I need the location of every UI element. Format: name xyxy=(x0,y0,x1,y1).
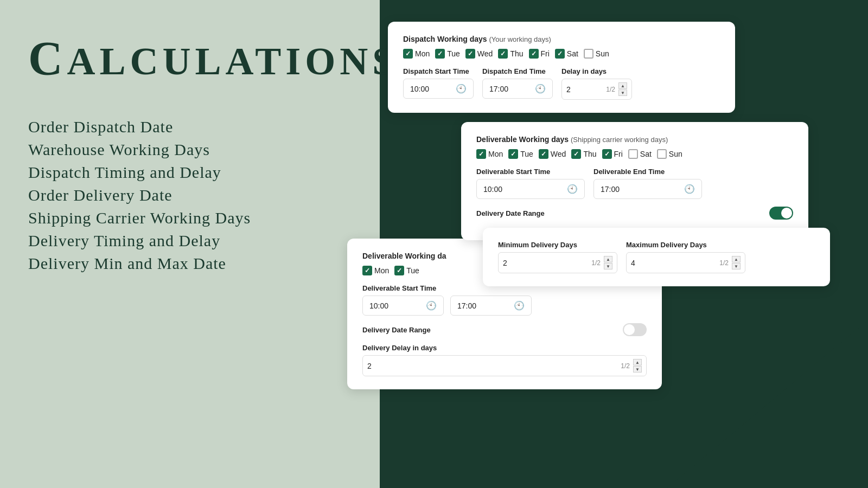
bottom-delay-input[interactable]: 2 1/2 ▲ ▼ xyxy=(362,355,647,376)
deliverable-tue-label: Tue xyxy=(520,150,533,158)
menu-item-carrier-days[interactable]: Shipping Carrier Working Days xyxy=(28,209,352,227)
dispatch-wed-checkbox[interactable] xyxy=(465,49,475,59)
bottom-end-input[interactable]: 17:00 🕙 xyxy=(450,296,532,316)
menu-item-delivery-timing[interactable]: Delivery Timing and Delay xyxy=(28,232,352,250)
dispatch-day-thu[interactable]: Thu xyxy=(498,49,523,59)
dispatch-end-time-group: Dispatch End Time 17:00 🕙 xyxy=(482,67,553,99)
dispatch-delay-input[interactable]: 2 1/2 ▲ ▼ xyxy=(561,79,632,100)
deliverable-start-time-group: Deliverable Start Time 10:00 🕙 xyxy=(476,168,585,199)
dispatch-end-value: 17:00 xyxy=(489,85,531,93)
clock-icon-del-end: 🕙 xyxy=(684,184,695,194)
dispatch-thu-checkbox[interactable] xyxy=(498,49,508,59)
min-delivery-label: Minimum Delivery Days xyxy=(498,241,617,249)
menu-item-dispatch-timing[interactable]: Dispatch Timing and Delay xyxy=(28,163,352,182)
deliverable-end-input[interactable]: 17:00 🕙 xyxy=(593,179,702,199)
date-range-toggle[interactable] xyxy=(769,207,793,220)
min-spinner-down[interactable]: ▼ xyxy=(604,263,612,269)
min-spinner-up[interactable]: ▲ xyxy=(604,256,612,262)
page-title: CALCULATIONS xyxy=(28,33,352,85)
spinner-down[interactable]: ▼ xyxy=(618,89,627,96)
deliverable-day-thu[interactable]: Thu xyxy=(571,149,596,159)
max-delivery-group: Maximum Delivery Days 4 1/2 ▲ ▼ xyxy=(626,241,745,273)
dispatch-fri-checkbox[interactable] xyxy=(529,49,539,59)
bottom-date-range-toggle[interactable] xyxy=(623,323,647,336)
bottom-tue-label: Tue xyxy=(406,266,419,275)
bottom-date-range-row: Delivery Date Range xyxy=(362,323,647,336)
min-delivery-spinner[interactable]: ▲ ▼ xyxy=(604,256,612,269)
deliverable-day-sat[interactable]: Sat xyxy=(628,149,652,159)
deliverable-start-input[interactable]: 10:00 🕙 xyxy=(476,179,585,199)
min-delivery-input[interactable]: 2 1/2 ▲ ▼ xyxy=(498,252,617,273)
deliverable-thu-checkbox[interactable] xyxy=(571,149,581,159)
left-panel: CALCULATIONS Order Dispatch Date Warehou… xyxy=(0,0,380,488)
max-delivery-input[interactable]: 4 1/2 ▲ ▼ xyxy=(626,252,745,273)
deliverable-fri-checkbox[interactable] xyxy=(602,149,612,159)
bottom-delay-fraction: 1/2 xyxy=(621,362,630,370)
dispatch-start-input[interactable]: 10:00 🕙 xyxy=(403,79,474,99)
deliverable-sat-label: Sat xyxy=(640,150,652,158)
deliverable-end-label: Deliverable End Time xyxy=(593,168,702,176)
title-first-letter: C xyxy=(28,32,67,85)
spinner-up[interactable]: ▲ xyxy=(618,82,627,89)
deliverable-day-fri[interactable]: Fri xyxy=(602,149,623,159)
dispatch-day-wed[interactable]: Wed xyxy=(465,49,493,59)
max-delivery-spinner[interactable]: ▲ ▼ xyxy=(732,256,741,269)
dispatch-delay-label: Delay in days xyxy=(561,67,632,75)
dispatch-mon-checkbox[interactable] xyxy=(403,49,413,59)
max-spinner-down[interactable]: ▼ xyxy=(732,263,741,269)
dispatch-sun-checkbox[interactable] xyxy=(584,49,593,59)
dispatch-title-text: Dispatch Working days xyxy=(403,35,487,43)
bottom-mon-label: Mon xyxy=(374,266,389,275)
deliverable-mon-checkbox[interactable] xyxy=(476,149,486,159)
bottom-day-mon[interactable]: Mon xyxy=(362,266,389,275)
deliverable-sat-checkbox[interactable] xyxy=(628,149,638,159)
dispatch-subtitle: (Your working days) xyxy=(489,35,551,43)
deliverable-days-row: Mon Tue Wed Thu Fri Sat xyxy=(476,149,793,159)
bottom-delay-spinner[interactable]: ▲ ▼ xyxy=(633,359,642,373)
dispatch-delay-fraction: 1/2 xyxy=(606,86,615,93)
dispatch-sat-checkbox[interactable] xyxy=(555,49,565,59)
dispatch-day-sun[interactable]: Sun xyxy=(584,49,609,59)
deliverable-title-text: Deliverable Working days xyxy=(476,135,569,144)
bottom-start-input[interactable]: 10:00 🕙 xyxy=(362,296,444,316)
deliverable-day-wed[interactable]: Wed xyxy=(539,149,566,159)
bottom-delay-value: 2 xyxy=(367,362,617,370)
dispatch-end-input[interactable]: 17:00 🕙 xyxy=(482,79,553,99)
dispatch-day-tue[interactable]: Tue xyxy=(435,49,460,59)
deliverable-start-value: 10:00 xyxy=(483,185,563,194)
dispatch-day-fri[interactable]: Fri xyxy=(529,49,550,59)
menu-item-delivery-date[interactable]: Order Delivery Date xyxy=(28,186,352,204)
min-delivery-fraction: 1/2 xyxy=(591,259,601,267)
dispatch-day-mon[interactable]: Mon xyxy=(403,49,430,59)
deliverable-day-mon[interactable]: Mon xyxy=(476,149,503,159)
deliverable-day-sun[interactable]: Sun xyxy=(657,149,682,159)
bottom-spinner-up[interactable]: ▲ xyxy=(633,359,642,365)
dispatch-sat-label: Sat xyxy=(567,49,578,58)
deliverable-wed-checkbox[interactable] xyxy=(539,149,548,159)
dispatch-sun-label: Sun xyxy=(596,49,609,58)
deliverable-day-tue[interactable]: Tue xyxy=(508,149,533,159)
deliverable-fri-label: Fri xyxy=(614,150,623,158)
menu-item-min-max[interactable]: Delivery Min and Max Date xyxy=(28,254,352,273)
date-range-label: Delivery Date Range xyxy=(476,209,545,217)
dispatch-start-time-group: Dispatch Start Time 10:00 🕙 xyxy=(403,67,474,99)
bottom-mon-checkbox[interactable] xyxy=(362,266,372,275)
max-spinner-up[interactable]: ▲ xyxy=(732,256,741,262)
deliverable-wed-label: Wed xyxy=(551,150,566,158)
bottom-day-tue[interactable]: Tue xyxy=(394,266,419,275)
bottom-spinner-down[interactable]: ▼ xyxy=(633,366,642,373)
dispatch-delay-spinner[interactable]: ▲ ▼ xyxy=(618,82,627,96)
bottom-tue-checkbox[interactable] xyxy=(394,266,404,275)
dispatch-day-sat[interactable]: Sat xyxy=(555,49,578,59)
clock-icon-start: 🕙 xyxy=(456,84,467,94)
deliverable-tue-checkbox[interactable] xyxy=(508,149,518,159)
dispatch-tue-checkbox[interactable] xyxy=(435,49,445,59)
date-range-toggle-row: Delivery Date Range xyxy=(476,207,793,220)
menu-item-warehouse[interactable]: Warehouse Working Days xyxy=(28,140,352,159)
dispatch-wed-label: Wed xyxy=(477,49,493,58)
deliverable-sun-checkbox[interactable] xyxy=(657,149,667,159)
min-delivery-value: 2 xyxy=(503,259,588,267)
dispatch-mon-label: Mon xyxy=(415,49,430,58)
menu-item-dispatch-date[interactable]: Order Dispatch Date xyxy=(28,118,352,136)
clock-icon-bottom-start: 🕙 xyxy=(426,300,437,311)
